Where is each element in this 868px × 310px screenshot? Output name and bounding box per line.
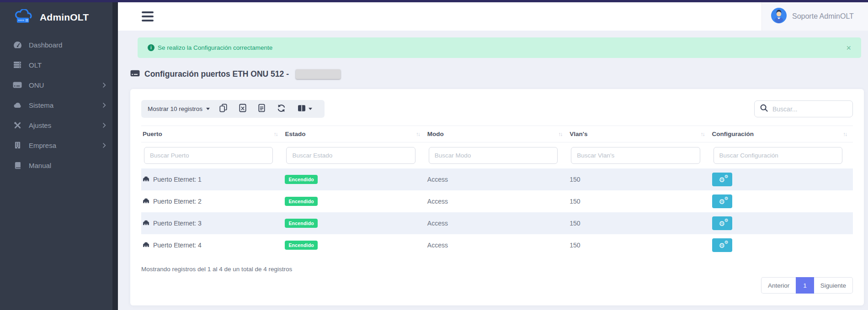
top-navbar: Soporte AdminOLT: [118, 2, 868, 31]
column-header-configuracion[interactable]: Configuración ↑↓: [711, 131, 853, 137]
refresh-icon: [277, 104, 286, 114]
sidebar-item-olt[interactable]: OLT: [0, 55, 112, 75]
configure-port-button[interactable]: ⚙ ⚙: [712, 238, 732, 252]
hamburger-menu-icon[interactable]: [142, 9, 154, 24]
sidebar-item-onu[interactable]: ONU: [0, 75, 112, 95]
filter-configuracion-input[interactable]: [714, 147, 842, 164]
puerto-label: Puerto Eternet: 2: [153, 198, 202, 205]
export-excel-button[interactable]: [233, 100, 252, 118]
copy-button[interactable]: [213, 100, 233, 118]
cogs-icon: ⚙: [724, 240, 729, 245]
page-length-label: Mostrar 10 registros: [148, 105, 202, 112]
modo-cell: Access: [426, 242, 568, 249]
sidebar-item-ajustes[interactable]: Ajustes: [0, 115, 112, 135]
sidebar-item-label: ONU: [29, 81, 44, 89]
copy-icon: [219, 104, 227, 114]
sidebar-item-dashboard[interactable]: Dashboard: [0, 35, 112, 55]
avatar: [771, 8, 787, 25]
sort-icon: ↑↓: [416, 131, 420, 137]
vlans-cell: 150: [568, 198, 710, 205]
sidebar-rail: [112, 2, 118, 310]
export-file-button[interactable]: [252, 100, 271, 118]
sidebar-item-manual[interactable]: Manual: [0, 155, 112, 175]
sort-icon: ↑↓: [843, 131, 847, 137]
app-shell: AdminOLT Dashboard: [0, 2, 868, 310]
tools-icon: [12, 121, 22, 129]
status-badge: Encendido: [285, 175, 317, 184]
caret-down-icon: [206, 108, 210, 110]
chevron-right-icon: [103, 123, 106, 128]
chevron-right-icon: [103, 143, 106, 148]
pagination-previous-button[interactable]: Anterior: [761, 277, 796, 294]
search-input[interactable]: [772, 105, 847, 113]
caret-down-icon: [309, 108, 312, 110]
sidebar-nav: Dashboard OLT: [0, 35, 112, 175]
sidebar-item-label: Sistema: [29, 101, 53, 109]
puerto-cell: Puerto Eternet: 2: [141, 198, 283, 205]
vlans-cell: 150: [568, 242, 710, 249]
pagination-page-1-button[interactable]: 1: [796, 277, 814, 294]
configuracion-cell: ⚙ ⚙: [711, 216, 853, 230]
column-label: Configuración: [712, 131, 754, 137]
modo-cell: Access: [426, 176, 568, 183]
page-title-text: Configuración puertos ETH ONU 512 -: [144, 69, 289, 79]
sort-icon: ↑↓: [273, 131, 277, 137]
table-tools: Mostrar 10 registros: [141, 100, 325, 118]
chevron-right-icon: [103, 83, 106, 88]
book-icon: [12, 162, 22, 169]
sort-icon: ↑↓: [558, 131, 562, 137]
ethernet-icon: [143, 176, 149, 183]
refresh-button[interactable]: [271, 100, 292, 118]
filter-estado-input[interactable]: [286, 147, 415, 164]
filter-vlans-input[interactable]: [571, 147, 700, 164]
sidebar-item-label: OLT: [29, 61, 42, 69]
estado-cell: Encendido: [283, 219, 426, 228]
columns-icon: [298, 105, 306, 114]
modo-cell: Access: [426, 198, 568, 205]
cogs-icon: ⚙: [724, 218, 729, 223]
redacted-onu-name: [296, 69, 341, 79]
column-label: Puerto: [143, 131, 162, 137]
brand-logo-icon: [14, 9, 35, 26]
column-header-modo[interactable]: Modo ↑↓: [426, 131, 568, 137]
pagination-next-button[interactable]: Siguiente: [814, 277, 853, 294]
estado-cell: Encendido: [283, 241, 426, 250]
sidebar: AdminOLT Dashboard: [0, 2, 118, 310]
filter-puerto-input[interactable]: [144, 147, 273, 164]
puerto-label: Puerto Eternet: 3: [153, 220, 202, 227]
brand[interactable]: AdminOLT: [0, 2, 112, 35]
status-badge: Encendido: [285, 219, 317, 228]
configuracion-cell: ⚙ ⚙: [711, 194, 853, 208]
sidebar-item-sistema[interactable]: Sistema: [0, 95, 112, 115]
configure-port-button[interactable]: ⚙ ⚙: [712, 194, 732, 208]
configuracion-cell: ⚙ ⚙: [711, 238, 853, 252]
ports-table: Puerto ↑↓ Estado ↑↓ Modo ↑↓ Vlan's: [141, 126, 853, 256]
configure-port-button[interactable]: ⚙ ⚙: [712, 173, 732, 186]
ethernet-icon: [143, 242, 149, 249]
puerto-cell: Puerto Eternet: 1: [141, 176, 283, 183]
file-text-icon: [258, 104, 265, 114]
close-icon[interactable]: ×: [846, 44, 851, 52]
puerto-cell: Puerto Eternet: 4: [141, 242, 283, 249]
table-summary: Mostrando registros del 1 al 4 de un tot…: [141, 266, 853, 273]
sidebar-item-empresa[interactable]: Empresa: [0, 135, 112, 155]
filter-modo-input[interactable]: [429, 147, 558, 164]
user-menu[interactable]: Soporte AdminOLT: [761, 2, 868, 31]
table-header-row: Puerto ↑↓ Estado ↑↓ Modo ↑↓ Vlan's: [141, 126, 853, 142]
brand-name: AdminOLT: [40, 12, 89, 23]
hdd-icon: [12, 82, 22, 88]
status-badge: Encendido: [285, 241, 317, 250]
column-label: Vlan's: [570, 131, 587, 137]
column-header-estado[interactable]: Estado ↑↓: [283, 131, 426, 137]
configuracion-cell: ⚙ ⚙: [711, 173, 853, 186]
column-header-puerto[interactable]: Puerto ↑↓: [141, 131, 283, 137]
tachometer-icon: [12, 41, 22, 48]
sidebar-item-label: Empresa: [29, 142, 56, 149]
column-visibility-button[interactable]: [292, 100, 318, 118]
column-header-vlans[interactable]: Vlan's ↑↓: [568, 131, 710, 137]
search-icon: [760, 104, 768, 114]
column-label: Modo: [427, 131, 444, 137]
vlans-cell: 150: [568, 220, 710, 227]
page-length-select[interactable]: Mostrar 10 registros: [148, 105, 213, 112]
configure-port-button[interactable]: ⚙ ⚙: [712, 216, 732, 230]
